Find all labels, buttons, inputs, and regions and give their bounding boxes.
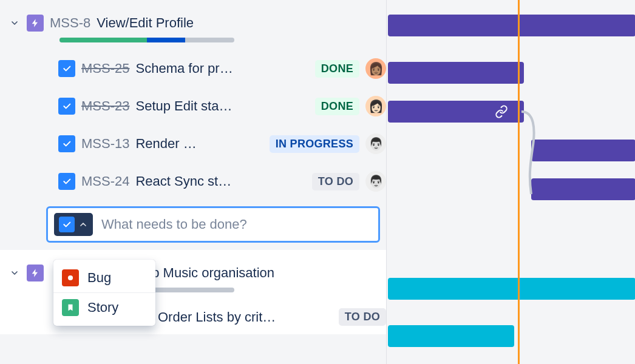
dropdown-item-label: Bug	[87, 270, 111, 286]
epic-icon	[27, 265, 44, 281]
issue-type-selector[interactable]	[54, 213, 93, 236]
task-icon	[59, 217, 75, 232]
gantt-bar[interactable]	[531, 140, 635, 161]
issue-key[interactable]: MSS-23	[81, 98, 129, 114]
gantt-bar-epic[interactable]	[388, 278, 635, 300]
status-badge[interactable]: DONE	[315, 60, 359, 78]
issue-key[interactable]: MSS-24	[81, 174, 129, 189]
assignee-avatar[interactable]: 👨🏻	[365, 133, 386, 154]
issue-title[interactable]: up Music organisation	[144, 265, 274, 281]
chevron-down-icon[interactable]	[8, 267, 21, 279]
story-icon	[62, 299, 79, 316]
assignee-avatar[interactable]: 👨🏻	[365, 171, 386, 192]
issue-title[interactable]: React Sync st…	[135, 174, 231, 189]
epic-progress-bar	[59, 38, 234, 42]
issue-title[interactable]: View/Edit Profile	[97, 15, 194, 31]
status-badge[interactable]: DONE	[315, 98, 359, 115]
task-icon	[58, 60, 75, 77]
task-icon	[58, 135, 75, 152]
link-icon[interactable]	[495, 105, 508, 118]
create-issue-input[interactable]	[93, 217, 372, 232]
gantt-bar[interactable]	[388, 62, 524, 84]
gantt-bar-epic[interactable]	[388, 15, 635, 36]
issue-title[interactable]: Setup Edit sta…	[135, 98, 232, 114]
issue-type-dropdown: Bug Story	[53, 260, 155, 326]
task-icon	[58, 98, 75, 115]
progress-in-progress-segment	[147, 38, 185, 42]
epic-icon	[27, 15, 44, 32]
issue-key[interactable]: MSS-8	[50, 15, 90, 31]
bug-icon	[62, 269, 79, 286]
issue-title[interactable]: Order Lists by crit…	[158, 309, 276, 325]
epic-row[interactable]: MSS-8 View/Edit Profile	[0, 0, 386, 36]
issue-row[interactable]: MSS-13 Render … IN PROGRESS 👨🏻	[0, 125, 386, 163]
issue-title[interactable]: Render …	[135, 136, 196, 152]
task-icon	[58, 173, 75, 190]
progress-done-segment	[59, 38, 147, 42]
timeline-panel[interactable]	[386, 0, 635, 364]
dropdown-item-bug[interactable]: Bug	[53, 263, 155, 293]
create-issue-inline[interactable]	[46, 206, 380, 243]
issue-row[interactable]: MSS-23 Setup Edit sta… DONE 👩🏻	[0, 87, 386, 125]
issue-title[interactable]: Schema for pr…	[135, 61, 233, 76]
status-badge[interactable]: IN PROGRESS	[270, 135, 359, 153]
assignee-avatar[interactable]: 👩🏻	[365, 96, 386, 116]
issue-row[interactable]: MSS-24 React Sync st… TO DO 👨🏻	[0, 163, 386, 200]
issue-list-panel: MSS-8 View/Edit Profile MSS-25 Schema fo…	[0, 0, 386, 364]
issue-key[interactable]: MSS-25	[81, 61, 129, 76]
issue-key[interactable]: MSS-13	[81, 136, 129, 152]
issue-row[interactable]: MSS-25 Schema for pr… DONE 👩🏽	[0, 50, 386, 87]
gantt-bar[interactable]	[388, 101, 524, 123]
gantt-bar[interactable]	[388, 325, 514, 347]
status-badge[interactable]: TO DO	[339, 308, 386, 326]
chevron-down-icon[interactable]	[8, 17, 21, 29]
svg-point-0	[68, 275, 73, 280]
gantt-bar[interactable]	[531, 178, 635, 200]
dropdown-item-story[interactable]: Story	[53, 293, 155, 322]
today-marker	[518, 0, 520, 364]
chevron-up-icon	[78, 220, 88, 229]
dropdown-item-label: Story	[87, 300, 118, 315]
status-badge[interactable]: TO DO	[312, 173, 359, 190]
assignee-avatar[interactable]: 👩🏽	[365, 58, 386, 79]
